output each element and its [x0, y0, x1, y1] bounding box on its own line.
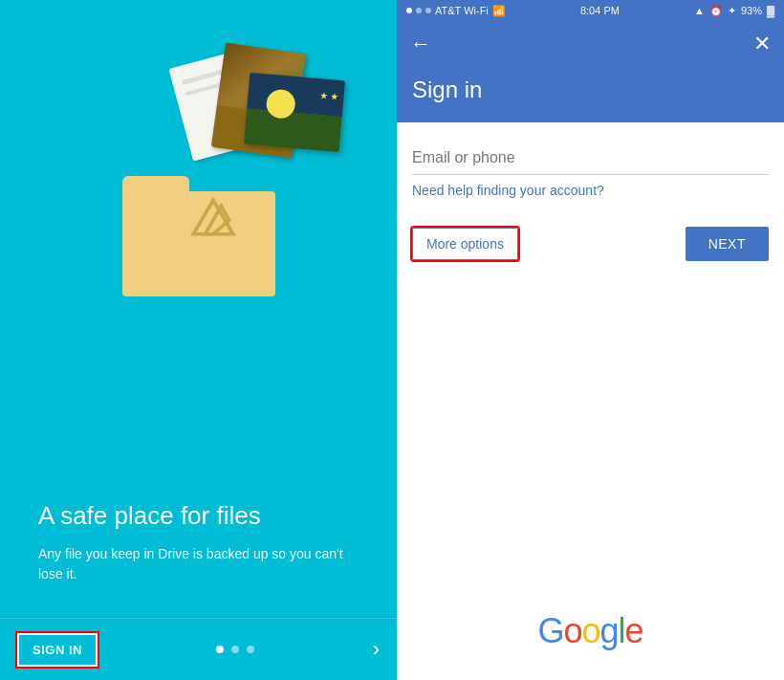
sign-in-title: Sign in [412, 77, 769, 103]
next-arrow[interactable]: › [373, 637, 380, 662]
bottom-bar: SIGN IN › [0, 618, 397, 680]
description: Any file you keep in Drive is backed up … [38, 544, 359, 584]
time-display: 8:04 PM [580, 5, 620, 16]
form-area: Need help finding your account? More opt… [397, 122, 784, 406]
right-panel: AT&T Wi-Fi 📶 8:04 PM ▲ ⏰ ✦ 93% ▓ ← ✕ Sig… [397, 0, 784, 680]
location-icon: ▲ [694, 5, 705, 16]
bluetooth-icon: ✦ [728, 5, 736, 17]
blue-header: Sign in [397, 67, 784, 122]
status-bar: AT&T Wi-Fi 📶 8:04 PM ▲ ⏰ ✦ 93% ▓ [397, 0, 784, 21]
drive-icon [189, 196, 237, 244]
navigation-bar: ← ✕ [397, 21, 784, 67]
dot-1 [216, 646, 224, 653]
battery-area: ▲ ⏰ ✦ 93% ▓ [694, 5, 774, 17]
google-e: e [625, 611, 643, 650]
page-dots [216, 646, 254, 653]
next-button[interactable]: NEXT [686, 227, 769, 261]
google-g: G [537, 611, 563, 650]
folder-illustration [94, 38, 304, 325]
battery-label: 93% [741, 5, 762, 16]
left-panel: A safe place for files Any file you keep… [0, 0, 397, 680]
signal-dot-3 [425, 8, 431, 13]
help-link[interactable]: Need help finding your account? [412, 183, 769, 198]
email-input-group [412, 142, 769, 175]
folder-body [122, 191, 275, 296]
sign-in-button[interactable]: SIGN IN [17, 633, 98, 667]
actions-row: More options NEXT [412, 227, 769, 261]
more-options-button[interactable]: More options [412, 228, 518, 260]
google-l: l [619, 611, 625, 650]
tagline: A safe place for files [38, 501, 359, 531]
email-input[interactable] [412, 142, 769, 175]
wifi-icon: 📶 [492, 5, 506, 17]
signal-area: AT&T Wi-Fi 📶 [406, 5, 506, 17]
illustration [0, 0, 397, 354]
google-logo: Google [537, 611, 642, 651]
text-section: A safe place for files Any file you keep… [0, 501, 397, 584]
google-o2: o [581, 611, 599, 650]
signal-dot-2 [416, 8, 422, 13]
battery-icon: ▓ [767, 5, 774, 16]
dot-2 [231, 646, 239, 653]
carrier-label: AT&T Wi-Fi [435, 5, 489, 16]
signal-dot-1 [406, 8, 412, 13]
close-button[interactable]: ✕ [753, 32, 771, 56]
back-button[interactable]: ← [410, 32, 431, 56]
google-o1: o [563, 611, 581, 650]
google-g2: g [600, 611, 619, 650]
alarm-icon: ⏰ [709, 5, 723, 17]
photo-1 [243, 73, 344, 152]
bottom-section: Google [397, 406, 784, 681]
dot-3 [247, 646, 254, 653]
